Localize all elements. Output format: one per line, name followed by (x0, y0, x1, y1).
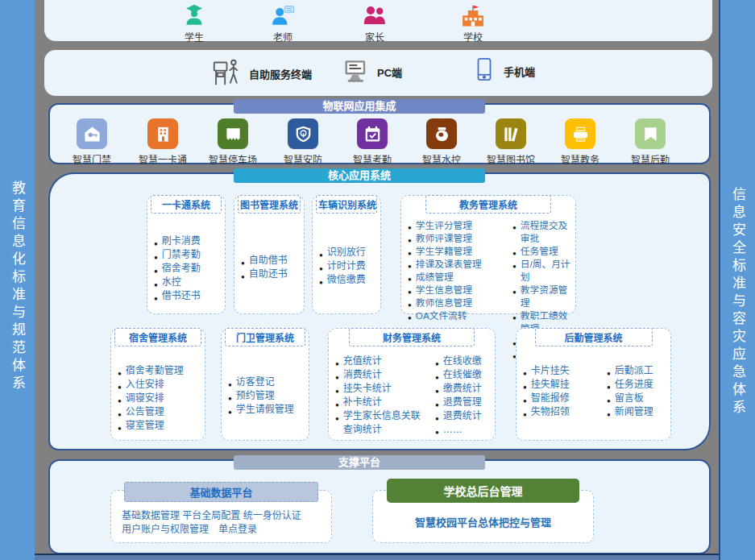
user-role-label: 老师 (246, 30, 320, 44)
base-platform-line2: 用户账户与权限管理 单点登录 (122, 523, 327, 537)
feature-item: 充值统计 (335, 355, 427, 368)
iot-module: 智慧安防 (269, 118, 337, 166)
iot-module: 智慧考勤 (338, 118, 406, 166)
feature-item: 调寝安排 (118, 392, 203, 405)
card-title: 财务管理系统 (349, 328, 475, 346)
feature-item: 水控 (154, 276, 223, 289)
card-title: 图书管理系统 (238, 195, 301, 214)
feature-item: 在线收缴 (435, 355, 493, 368)
feature-item: 失物招领 (523, 405, 599, 419)
feature-item: 入住安排 (118, 378, 203, 392)
library-icon (496, 118, 526, 149)
security-icon (288, 118, 318, 149)
feature-item: 刷卡消费 (154, 234, 223, 248)
feature-item: 流程提交及审批 (512, 219, 574, 245)
iot-module-label: 智慧教务 (546, 152, 614, 166)
feature-item: 退费统计 (435, 409, 493, 423)
card-title: 宿舍管理系统 (114, 328, 201, 346)
bottom-accent-bar (0, 554, 755, 560)
feature-item: 学生家长信息关联查询统计 (335, 409, 427, 437)
card-logistics-system: 后勤管理系统 卡片挂失挂失解挂智能报修失物招领 后勤派工任务进度留言板新闻管理 (516, 328, 671, 441)
feature-item: 退费管理 (435, 396, 493, 409)
feature-item: OA文件流转 (408, 309, 504, 322)
core-section-header: 核心应用系统 (234, 168, 485, 183)
user-role-label: 学生 (157, 30, 231, 44)
feature-item: 挂失解挂 (523, 378, 599, 392)
smart-campus-architecture-diagram: 教育信息化标准与规范体系 信息安全标准与容灾应急体系 学生 老师 家长 学 (0, 0, 755, 560)
parking-icon (218, 118, 248, 149)
support-platform-panel: 支撑平台 基础数据平台 基础数据管理 平台全局配置 统一身份认证 用户账户与权限… (48, 459, 711, 554)
feature-item: 任务管理 (512, 245, 574, 258)
feature-item: 访客登记 (228, 375, 307, 389)
iot-module-label: 智慧考勤 (338, 152, 406, 166)
teacher-icon (246, 4, 320, 29)
user-role-label: 学校 (436, 30, 510, 44)
feature-item: 预约管理 (228, 389, 307, 403)
school-admin-platform-title: 学校总后台管理 (387, 479, 579, 503)
card-title: 一卡通系统 (151, 195, 222, 214)
iot-module: 智慧图书馆 (477, 118, 545, 166)
terminal-label: 手机端 (504, 64, 535, 79)
users-panel: 学生 老师 家长 学校 (44, 0, 712, 41)
feature-item: 留言板 (607, 392, 669, 405)
card-library-system: 图书管理系统 自助借书自助还书 (234, 195, 305, 314)
feature-item: 教师评课管理 (408, 232, 504, 245)
iot-integration-panel: 物联网应用集成 智慧门禁 智慧一卡通 智慧停车场 (48, 103, 711, 164)
base-data-platform-card: 基础数据平台 基础数据管理 平台全局配置 统一身份认证 用户账户与权限管理 单点… (110, 482, 332, 543)
kiosk-icon (212, 57, 242, 90)
feature-item: 智能报修 (523, 392, 599, 405)
card-finance-system: 财务管理系统 充值统计消费统计挂失卡统计补卡统计学生家长信息关联查询统计 在线收… (328, 328, 496, 441)
iot-module: 智慧水控 (408, 118, 475, 166)
base-data-platform-desc: 基础数据管理 平台全局配置 统一身份认证 用户账户与权限管理 单点登录 (122, 509, 327, 537)
water-icon (426, 118, 457, 149)
feature-item: 教师信息管理 (408, 297, 504, 309)
user-role-item: 学校 (436, 4, 510, 44)
card-title: 门卫管理系统 (225, 328, 305, 346)
feature-item: 门禁考勤 (154, 248, 223, 262)
user-role-item: 家长 (338, 4, 412, 44)
iot-module-label: 智慧门禁 (58, 152, 126, 166)
attendance-icon (357, 118, 388, 149)
terminal-item: PC端 (343, 57, 402, 87)
left-standards-label: 教育信息化标准与规范体系 (7, 180, 27, 393)
feature-item: 宿舍考勤 (154, 262, 223, 276)
support-section-header: 支撑平台 (234, 455, 485, 470)
feature-item: 寝室管理 (118, 419, 203, 433)
feature-item: 学生信息管理 (408, 284, 504, 297)
card-title: 教务管理系统 (425, 195, 551, 214)
terminal-item: 手机端 (472, 57, 535, 85)
iot-module: 智慧门禁 (58, 118, 126, 166)
iot-module-label: 智慧图书馆 (477, 152, 545, 166)
base-data-platform-title: 基础数据平台 (124, 482, 318, 502)
feature-item: 自助借书 (241, 254, 302, 268)
feature-item: 学生学籍管理 (408, 245, 504, 258)
feature-item: 学生请假管理 (228, 403, 307, 417)
phone-icon (472, 57, 496, 85)
feature-item: 借书还书 (154, 289, 223, 303)
school-admin-platform-desc: 智慧校园平台总体把控与管理 (372, 516, 594, 529)
parents-icon (338, 4, 412, 29)
card-gate-system: 门卫管理系统 访客登记预约管理学生请假管理 (221, 328, 309, 441)
iot-module-label: 智慧后勤 (616, 152, 684, 166)
pc-icon (343, 57, 370, 87)
card-title: 车辆识别系统 (316, 195, 377, 214)
feature-item: 补卡统计 (335, 396, 427, 409)
academic-icon (565, 118, 595, 149)
iot-module: 智慧后勤 (616, 118, 684, 166)
iot-module-label: 智慧一卡通 (129, 152, 197, 166)
terminal-label: 自助服务终端 (249, 66, 312, 81)
feature-item: 公告管理 (118, 405, 203, 419)
feature-item: 宿舍考勤管理 (118, 364, 203, 378)
user-role-label: 家长 (338, 30, 412, 44)
iot-module: 智慧停车场 (199, 118, 267, 166)
terminal-label: PC端 (377, 64, 402, 80)
terminal-item: 自助服务终端 (212, 57, 312, 90)
card-title: 后勤管理系统 (535, 328, 653, 346)
feature-item: 识别放行 (319, 246, 379, 259)
feature-item: 排课及课表管理 (408, 258, 504, 271)
base-platform-line1: 基础数据管理 平台全局配置 统一身份认证 (122, 509, 327, 523)
feature-item: 自助还书 (241, 268, 302, 281)
right-security-strip: 信息安全标准与容灾应急体系 (719, 0, 755, 560)
school-admin-platform-card: 学校总后台管理 智慧校园平台总体把控与管理 (372, 479, 594, 543)
user-role-item: 老师 (246, 4, 320, 44)
